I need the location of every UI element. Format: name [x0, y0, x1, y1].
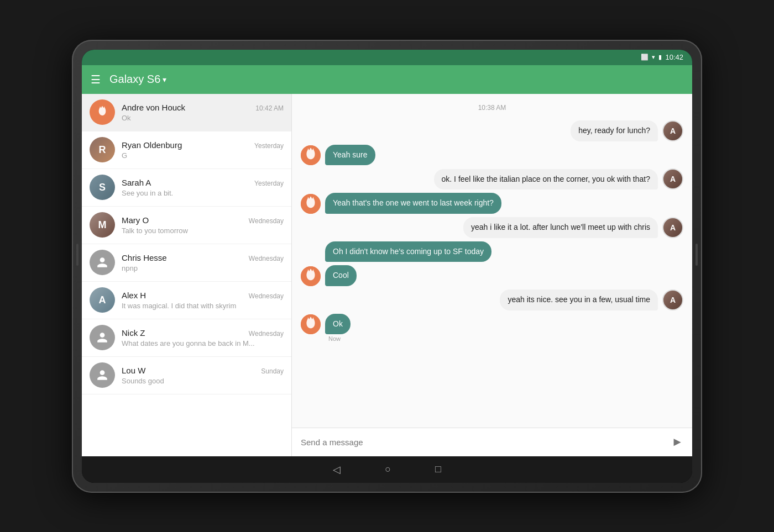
message-time: Wednesday: [249, 255, 284, 262]
sender-avatar: [301, 145, 321, 165]
avatar: R: [90, 137, 115, 162]
app-title-text: Galaxy S6: [109, 73, 160, 86]
list-item[interactable]: Lou W Sunday Sounds good: [82, 357, 291, 394]
conversation-info: Mary O Wednesday Talk to you tomorrow: [122, 215, 284, 235]
tablet-screen: ⬜ ▾ ▮ 10:42 ☰ Galaxy S6 ▾: [82, 50, 692, 483]
message-row: hey, ready for lunch? A: [301, 120, 683, 141]
sender-avatar: A: [662, 168, 683, 189]
list-item[interactable]: Chris Hesse Wednesday npnp: [82, 244, 291, 282]
power-button: [695, 244, 698, 266]
time-divider: 10:38 AM: [301, 104, 683, 112]
message-row: yeah i like it a lot. after lunch we'll …: [301, 217, 683, 238]
message-timestamp: Now: [301, 335, 341, 342]
avatar: M: [90, 212, 115, 238]
sender-avatar: A: [662, 217, 683, 238]
list-item[interactable]: S Sarah A Yesterday See you in a bit.: [82, 169, 291, 207]
message-time: Yesterday: [254, 142, 284, 150]
message-group: Ok Now: [301, 314, 683, 343]
message-preview: Ok: [122, 114, 284, 122]
avatar: S: [90, 175, 115, 200]
list-item[interactable]: M Mary O Wednesday Talk to you tomorrow: [82, 207, 291, 244]
message-time: Wednesday: [249, 330, 284, 338]
conversation-info: Alex H Wednesday It was magical. I did t…: [122, 291, 284, 310]
avatar: A: [90, 287, 115, 313]
conversation-info: Chris Hesse Wednesday npnp: [122, 253, 284, 272]
avatar: [90, 362, 115, 388]
chat-area: 10:38 AM hey, ready for lunch? A: [292, 94, 692, 456]
message-row: Yeah sure: [301, 145, 683, 166]
message-time: Wednesday: [249, 217, 284, 225]
message-row: Yeah that's the one we went to last week…: [301, 193, 683, 214]
avatar: [90, 325, 115, 350]
conversation-info: Nick Z Wednesday What dates are you gonn…: [122, 328, 284, 347]
message-preview: G: [122, 151, 284, 160]
message-preview: Sounds good: [122, 377, 284, 385]
main-content: Andre von Houck 10:42 AM Ok R Ryan Olden…: [82, 94, 692, 456]
message-time: Sunday: [261, 367, 284, 375]
contact-name: Nick Z: [122, 328, 145, 338]
sender-avatar: [301, 194, 321, 214]
avatar: [90, 250, 115, 275]
list-item[interactable]: A Alex H Wednesday It was magical. I did…: [82, 282, 291, 319]
contact-name: Chris Hesse: [122, 253, 167, 262]
back-button[interactable]: ◁: [333, 463, 341, 476]
status-bar: ⬜ ▾ ▮ 10:42: [82, 50, 692, 65]
home-button[interactable]: ○: [385, 463, 391, 475]
conversation-info: Andre von Houck 10:42 AM Ok: [122, 103, 284, 122]
contact-name: Andre von Houck: [122, 103, 185, 112]
message-input-bar: ►: [292, 428, 692, 456]
sender-avatar: A: [662, 120, 683, 141]
message-bubble: Ok: [325, 314, 351, 335]
message-bubble: Yeah that's the one we went to last week…: [325, 193, 501, 214]
message-bubble: hey, ready for lunch?: [571, 120, 658, 141]
list-item[interactable]: Andre von Houck 10:42 AM Ok: [82, 94, 291, 131]
contact-name: Lou W: [122, 366, 145, 375]
send-button[interactable]: ►: [671, 435, 683, 449]
message-bubble: ok. I feel like the italian place on the…: [434, 169, 658, 190]
message-row: Ok: [301, 314, 351, 335]
message-preview: What dates are you gonna be back in M...: [122, 339, 284, 347]
list-item[interactable]: Nick Z Wednesday What dates are you gonn…: [82, 319, 291, 357]
contact-name: Ryan Oldenburg: [122, 140, 182, 150]
message-preview: It was magical. I did that with skyrim: [122, 302, 284, 310]
app-bar: ☰ Galaxy S6 ▾: [82, 65, 692, 94]
message-time: 10:42 AM: [255, 104, 284, 112]
app-title: Galaxy S6 ▾: [109, 73, 166, 86]
message-time: Yesterday: [254, 180, 284, 187]
message-bubble: yeah i like it a lot. after lunch we'll …: [463, 217, 658, 238]
rotation-lock-icon: ⬜: [641, 54, 649, 61]
contact-name: Alex H: [122, 291, 146, 300]
list-item[interactable]: R Ryan Oldenburg Yesterday G: [82, 131, 291, 169]
message-time: Wednesday: [249, 292, 284, 300]
wifi-icon: ▾: [652, 54, 655, 61]
contact-name: Mary O: [122, 215, 149, 225]
volume-button: [76, 244, 79, 266]
avatar: [90, 99, 115, 125]
message-input[interactable]: [301, 438, 666, 447]
battery-icon: ▮: [658, 54, 662, 61]
menu-icon[interactable]: ☰: [91, 73, 101, 86]
message-row: Cool: [301, 265, 683, 286]
message-bubble: Oh I didn't know he's coming up to SF to…: [325, 241, 491, 262]
sender-avatar: A: [662, 289, 683, 310]
message-row: ok. I feel like the italian place on the…: [301, 168, 683, 189]
message-preview: npnp: [122, 264, 284, 272]
status-time: 10:42: [665, 53, 683, 61]
conversation-info: Lou W Sunday Sounds good: [122, 366, 284, 385]
message-bubble: Yeah sure: [325, 145, 375, 166]
conversation-info: Sarah A Yesterday See you in a bit.: [122, 178, 284, 197]
message-bubble: yeah its nice. see you in a few, usual t…: [500, 289, 658, 310]
message-row: yeah its nice. see you in a few, usual t…: [301, 289, 683, 310]
bottom-navigation: ◁ ○ □: [82, 456, 692, 483]
conversation-info: Ryan Oldenburg Yesterday G: [122, 140, 284, 160]
contact-name: Sarah A: [122, 178, 151, 187]
dropdown-arrow-icon[interactable]: ▾: [163, 75, 166, 84]
chat-messages: 10:38 AM hey, ready for lunch? A: [292, 94, 692, 428]
conversation-list: Andre von Houck 10:42 AM Ok R Ryan Olden…: [82, 94, 292, 456]
sender-avatar: [301, 266, 321, 286]
message-preview: See you in a bit.: [122, 189, 284, 197]
message-bubble: Cool: [325, 265, 357, 286]
recents-button[interactable]: □: [435, 463, 441, 475]
tablet-device: ⬜ ▾ ▮ 10:42 ☰ Galaxy S6 ▾: [72, 40, 702, 493]
status-icons: ⬜ ▾ ▮ 10:42: [641, 53, 683, 61]
